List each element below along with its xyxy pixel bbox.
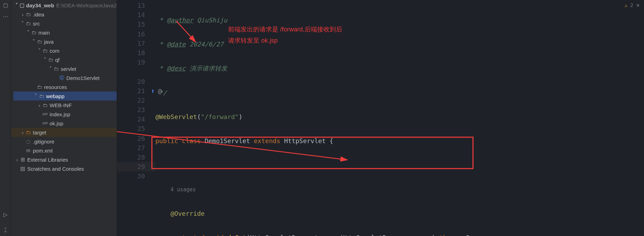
tree-item-servlet[interactable]: ˅🗀servlet — [11, 64, 117, 73]
tree-item-target[interactable]: ›🗀target — [11, 128, 117, 137]
folder-icon: 🗀 — [42, 102, 48, 108]
folder-icon: 🗀 — [53, 66, 59, 72]
folder-icon: 🗀 — [42, 48, 48, 53]
project-root[interactable]: ˅ ▢ day34_web E:\IDEA-WorkspaceJava2 — [11, 1, 117, 10]
override-gutter-icon[interactable]: ⬆ — [151, 86, 155, 96]
tree-item-indexjsp[interactable]: JSPindex.jsp — [11, 110, 117, 119]
tree-label: Demo1Servlet — [66, 75, 100, 81]
annotation-text-1: 前端发出的请求是 /forward,后端接收到后 — [228, 25, 342, 34]
chevron-down-icon[interactable]: ˅ — [20, 20, 25, 27]
tree-item-gitignore[interactable]: ◌.gitignore — [11, 137, 117, 146]
tree-item-WEBINF[interactable]: ›🗀WEB-INF — [11, 101, 117, 110]
line-number: 18 — [117, 48, 155, 58]
chevron-right-icon[interactable]: › — [20, 12, 25, 17]
project-tool-icon[interactable]: ▢ — [2, 2, 9, 8]
terminal-tool-icon[interactable]: ⌶ — [2, 226, 9, 233]
tree-label: target — [33, 130, 46, 135]
line-number: 30 — [117, 171, 155, 181]
line-number: 25 — [117, 124, 155, 133]
folder-icon: 🗀 — [25, 21, 31, 26]
tree-item-java[interactable]: ˅🗀java — [11, 37, 117, 46]
root-name: day34_web — [26, 2, 54, 8]
tree-item-okjsp[interactable]: JSPok.jsp — [11, 119, 117, 128]
line-number: 19 — [117, 58, 155, 67]
scratch-icon: ▤ — [20, 165, 26, 172]
chevron-right-icon[interactable]: › — [15, 157, 20, 163]
tree-item-webapp[interactable]: ˅🗀webapp — [13, 91, 117, 101]
line-number: 23 — [117, 105, 155, 115]
line-number: 29 — [117, 162, 155, 171]
tree-item-main[interactable]: ˅🗀main — [11, 28, 117, 37]
line-number: 21⬆@ — [117, 86, 155, 96]
file-icon: JSP — [42, 121, 48, 125]
line-number: 17 — [117, 39, 155, 48]
tree-label: java — [44, 39, 54, 45]
tree-label: WEB-INF — [50, 102, 72, 108]
chevron-down-icon[interactable]: ˅ — [34, 93, 38, 99]
tree-item-src[interactable]: ˅🗀src — [11, 19, 117, 28]
annotation-text-2: 请求转发至 ok.jsp — [228, 36, 278, 45]
chevron-right-icon[interactable]: › — [37, 102, 42, 108]
line-number: 15 — [117, 20, 155, 29]
library-icon: ⊞ — [20, 156, 26, 163]
line-number: 27 — [117, 143, 155, 153]
chevron-down-icon[interactable]: ˅ — [43, 57, 47, 63]
chevron-right-icon[interactable]: › — [20, 130, 25, 135]
line-number: 28 — [117, 153, 155, 162]
line-number: 24 — [117, 115, 155, 124]
chevron-down-icon[interactable]: ˅ — [31, 38, 36, 45]
chevron-down-icon[interactable]: ˅ — [37, 47, 42, 54]
external-libraries[interactable]: › ⊞ External Libraries — [11, 155, 117, 164]
project-tree[interactable]: ˅ ▢ day34_web E:\IDEA-WorkspaceJava2 ›🗀.… — [11, 0, 117, 173]
run-tool-icon[interactable]: ▷ — [2, 212, 9, 218]
root-path: E:\IDEA-WorkspaceJava2 — [56, 2, 117, 8]
scratches-consoles[interactable]: ▤ Scratches and Consoles — [11, 164, 117, 173]
code-area[interactable]: * @author QiuShiju * @date 2024/6/27 * @… — [155, 0, 644, 236]
tree-label: qf — [55, 57, 60, 63]
tree-label: servlet — [61, 66, 76, 72]
tree-label: .idea — [33, 12, 44, 17]
tree-label: index.jsp — [50, 111, 70, 117]
tree-label: webapp — [46, 93, 65, 99]
folder-icon: 🗀 — [36, 39, 43, 44]
chevron-down-icon[interactable]: ˅ — [26, 29, 31, 36]
close-icon[interactable]: × — [636, 1, 640, 9]
tree-label: src — [33, 21, 40, 27]
file-icon: ◌ — [25, 139, 31, 144]
more-icon[interactable]: ⋯ — [2, 13, 9, 20]
folder-icon: 🗀 — [38, 93, 45, 99]
project-sidebar: ˅ ▢ day34_web E:\IDEA-WorkspaceJava2 ›🗀.… — [11, 0, 117, 236]
tree-item-qf[interactable]: ˅🗀qf — [11, 55, 117, 64]
warning-icon: ⚠ — [624, 2, 627, 8]
line-number: 22 — [117, 96, 155, 105]
tree-label: ok.jsp — [50, 120, 63, 126]
tool-window-stripe: ▢ ⋯ ▷ ⌶ — [0, 0, 11, 236]
tree-label: .gitignore — [33, 139, 54, 145]
editor-gutter: 13 14 15 16 17 18 19 20 21⬆@ 22 23 24 25… — [117, 0, 155, 236]
tree-item-idea[interactable]: ›🗀.idea — [11, 10, 117, 19]
folder-icon: 🗀 — [25, 12, 31, 17]
warning-count: 2 — [630, 2, 633, 8]
usages-hint[interactable]: 4 usages — [170, 186, 196, 193]
folder-icon: 🗀 — [31, 30, 37, 35]
inspection-widget[interactable]: ⚠ 2 × — [624, 1, 640, 9]
tree-item-resources[interactable]: 🗀resources — [11, 82, 117, 91]
chevron-down-icon[interactable]: ˅ — [48, 66, 53, 72]
line-number: 14 — [117, 10, 155, 20]
line-number: 26 — [117, 134, 155, 143]
tree-item-pomxml[interactable]: mpom.xml — [11, 146, 117, 155]
tree-item-Demo1Servlet[interactable]: ⒸDemo1Servlet — [11, 73, 117, 82]
file-icon: m — [25, 148, 31, 153]
code-editor[interactable]: 13 14 15 16 17 18 19 20 21⬆@ 22 23 24 25… — [117, 0, 644, 236]
module-icon: ▢ — [19, 2, 25, 8]
tree-label: main — [38, 30, 50, 36]
folder-icon: 🗀 — [36, 84, 43, 90]
line-number: 16 — [117, 29, 155, 39]
folder-icon: 🗀 — [25, 130, 31, 135]
tree-item-com[interactable]: ˅🗀com — [11, 46, 117, 55]
chevron-down-icon[interactable]: ˅ — [15, 2, 19, 8]
tree-label: pom.xml — [33, 148, 53, 154]
tree-label: resources — [44, 84, 67, 90]
file-icon: Ⓒ — [59, 75, 65, 81]
line-number: 13 — [117, 1, 155, 10]
